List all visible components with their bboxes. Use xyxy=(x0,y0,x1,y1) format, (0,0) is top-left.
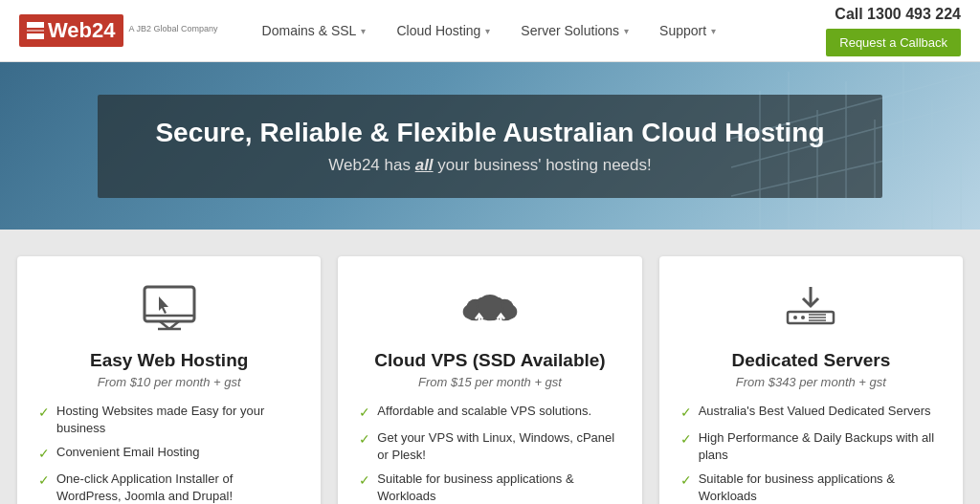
nav-support[interactable]: Support ▾ xyxy=(644,0,731,62)
check-icon: ✓ xyxy=(38,471,50,491)
header-contact: Call 1300 493 224 Request a Callback xyxy=(826,6,961,56)
list-item: ✓ Affordable and scalable VPS solutions. xyxy=(359,403,620,423)
hero-section: Secure, Reliable & Flexible Australian C… xyxy=(0,62,980,230)
nav-domains-ssl[interactable]: Domains & SSL ▾ xyxy=(247,0,382,62)
check-icon: ✓ xyxy=(359,430,370,449)
nav-cloud-hosting[interactable]: Cloud Hosting ▾ xyxy=(381,0,505,62)
card-easy-web-hosting: Easy Web Hosting From $10 per month + gs… xyxy=(17,256,321,504)
server-download-icon xyxy=(778,283,843,337)
list-item: ✓ Suitable for business applications & W… xyxy=(680,471,942,504)
card-title: Easy Web Hosting xyxy=(38,350,300,371)
callback-button[interactable]: Request a Callback xyxy=(826,29,961,56)
chevron-down-icon: ▾ xyxy=(485,26,490,36)
card-price: From $10 per month + gst xyxy=(38,375,300,389)
logo-text: Web24 xyxy=(48,18,116,43)
list-item: ✓ Get your VPS with Linux, Windows, cPan… xyxy=(359,429,620,464)
list-item: ✓ One-click Application Installer of Wor… xyxy=(38,471,300,504)
svg-marker-19 xyxy=(159,296,168,314)
list-item: ✓ High Performance & Daily Backups with … xyxy=(680,429,942,464)
check-icon: ✓ xyxy=(359,404,370,423)
card-price: From $343 per month + gst xyxy=(680,375,942,389)
card-title: Dedicated Servers xyxy=(680,350,942,371)
hero-sub-em: all xyxy=(415,156,434,174)
card-title: Cloud VPS (SSD Available) xyxy=(359,350,620,371)
list-item: ✓ Convenient Email Hosting xyxy=(38,444,300,464)
logo[interactable]: Web24 A JB2 Global Company xyxy=(19,14,218,47)
card-cloud-vps: Cloud VPS (SSD Available) From $15 per m… xyxy=(338,256,641,504)
check-icon: ✓ xyxy=(680,430,692,449)
svg-point-32 xyxy=(793,316,797,319)
nav-server-solutions[interactable]: Server Solutions ▾ xyxy=(505,0,644,62)
cards-section: Easy Web Hosting From $10 per month + gs… xyxy=(0,230,980,504)
hero-title: Secure, Reliable & Flexible Australian C… xyxy=(155,118,824,148)
chevron-down-icon: ▾ xyxy=(711,26,716,36)
card-icon-area xyxy=(38,283,300,337)
check-icon: ✓ xyxy=(38,404,50,423)
card-icon-area xyxy=(680,283,942,337)
logo-box: Web24 xyxy=(19,14,123,47)
logo-flag-icon xyxy=(27,22,44,39)
card-features: ✓ Australia's Best Valued Dedicated Serv… xyxy=(680,403,942,504)
hero-decoration xyxy=(731,62,980,230)
check-icon: ✓ xyxy=(38,445,50,464)
check-icon: ✓ xyxy=(359,471,370,491)
check-icon: ✓ xyxy=(680,404,692,423)
list-item: ✓ Australia's Best Valued Dedicated Serv… xyxy=(680,403,942,423)
svg-point-33 xyxy=(801,316,805,319)
card-price: From $15 per month + gst xyxy=(359,375,620,389)
svg-line-11 xyxy=(731,72,980,139)
svg-point-27 xyxy=(479,295,502,315)
hero-subtitle: Web24 has all your business' hosting nee… xyxy=(155,156,824,175)
card-dedicated-servers: Dedicated Servers From $343 per month + … xyxy=(659,256,963,504)
svg-line-12 xyxy=(731,100,980,167)
card-features: ✓ Hosting Websites made Easy for your bu… xyxy=(38,403,300,504)
call-number: Call 1300 493 224 xyxy=(835,6,961,23)
monitor-icon xyxy=(137,283,202,337)
list-item: ✓ Suitable for business applications & W… xyxy=(359,471,620,504)
logo-sub: A JB2 Global Company xyxy=(129,24,218,33)
main-nav: Domains & SSL ▾ Cloud Hosting ▾ Server S… xyxy=(247,0,827,62)
chevron-down-icon: ▾ xyxy=(361,26,366,36)
hero-sub-before: Web24 has xyxy=(328,156,414,174)
card-features: ✓ Affordable and scalable VPS solutions.… xyxy=(359,403,620,504)
card-icon-area xyxy=(359,283,620,337)
chevron-down-icon: ▾ xyxy=(624,26,629,36)
cloud-upload-icon xyxy=(457,283,523,337)
hero-sub-after: your business' hosting needs! xyxy=(434,156,652,174)
site-header: Web24 A JB2 Global Company Domains & SSL… xyxy=(0,0,980,62)
list-item: ✓ Hosting Websites made Easy for your bu… xyxy=(38,403,300,437)
check-icon: ✓ xyxy=(680,471,692,491)
svg-line-13 xyxy=(731,139,980,196)
